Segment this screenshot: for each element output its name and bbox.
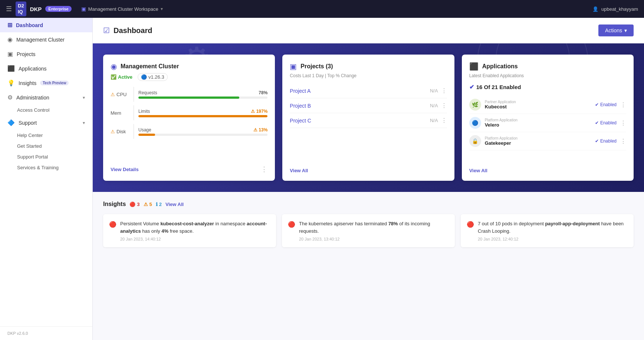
apps-view-all-link[interactable]: View All xyxy=(469,168,487,173)
insight-text-1: The kubernetes apiserver has terminated … xyxy=(299,220,449,235)
insights-icon: 💡 xyxy=(7,79,15,86)
cluster-icon: ◉ xyxy=(7,36,13,43)
insights-section: Insights 🔴 3 ⚠ 5 ℹ 2 View All 🔴 xyxy=(93,192,644,340)
insights-badge-warn: ⚠ 5 xyxy=(144,202,152,207)
enabled-check-icon: ✔ xyxy=(469,84,474,91)
view-details-link[interactable]: View Details xyxy=(111,167,139,172)
content-area: ☑ Dashboard Actions ▾ ⚙ ⚙ ◉ M xyxy=(93,18,644,340)
management-cluster-card: ◉ Management Cluster ✅ Active 🔵 v1.26.3 xyxy=(103,55,275,181)
insights-view-all-link[interactable]: View All xyxy=(165,202,184,207)
insights-cards: 🔴 Persistent Volume kubecost-cost-analyz… xyxy=(103,214,634,247)
sidebar-item-insights[interactable]: 💡 Insights Tech Preview xyxy=(0,76,92,90)
tech-preview-badge: Tech Preview xyxy=(40,81,69,85)
page-header: ☑ Dashboard Actions ▾ xyxy=(93,18,644,43)
hero-banner: ⚙ ⚙ ◉ Management Cluster ✅ Active xyxy=(93,43,644,192)
projects-card-title: Projects (3) xyxy=(300,63,333,70)
project-c-name[interactable]: Project C xyxy=(290,118,311,124)
warning-triangle-icon: ⚠ xyxy=(144,202,148,207)
gatekeeper-menu[interactable]: ⋮ xyxy=(620,138,626,145)
metric-row-cpu: ⚠ CPU Requests 78% xyxy=(111,87,267,102)
disk-usage-bar xyxy=(138,134,155,136)
workspace-selector[interactable]: ▣ Management Cluster Workspace ▾ xyxy=(81,6,163,12)
insight-card-1: 🔴 The kubernetes apiserver has terminate… xyxy=(282,214,455,247)
sidebar-item-management-cluster[interactable]: ◉ Management Cluster xyxy=(0,32,92,47)
insights-header: Insights 🔴 3 ⚠ 5 ℹ 2 View All xyxy=(103,201,634,207)
disk-warn-icon: ⚠ xyxy=(111,129,115,134)
kubecost-menu[interactable]: ⋮ xyxy=(620,101,626,108)
sidebar-item-access-control[interactable]: Access Control xyxy=(0,105,92,115)
project-b-menu[interactable]: ⋮ xyxy=(441,102,447,109)
insight-card-0: 🔴 Persistent Volume kubecost-cost-analyz… xyxy=(103,214,276,247)
sidebar: ⊞ Dashboard ◉ Management Cluster ▣ Proje… xyxy=(0,18,93,340)
insight-error-icon-2: 🔴 xyxy=(467,221,474,228)
sidebar-section-support[interactable]: 🔷 Support ▾ xyxy=(0,115,92,130)
project-c-menu[interactable]: ⋮ xyxy=(441,117,447,124)
sidebar-section-administration[interactable]: ⚙ Administration ▾ xyxy=(0,90,92,105)
insight-time-1: 20 Jan 2023, 13:40:12 xyxy=(299,237,449,241)
workspace-icon: ▣ xyxy=(81,6,86,12)
gatekeeper-status: ✔ Enabled xyxy=(595,138,617,144)
actions-button[interactable]: Actions ▾ xyxy=(598,24,634,36)
sidebar-item-support-portal[interactable]: Support Portal xyxy=(0,151,92,162)
project-a-name[interactable]: Project A xyxy=(290,88,310,94)
workspace-chevron: ▾ xyxy=(161,6,163,12)
insight-time-0: 20 Jan 2023, 14:40:12 xyxy=(120,237,270,241)
sidebar-item-dashboard[interactable]: ⊞ Dashboard xyxy=(0,18,92,32)
cards-row: ◉ Management Cluster ✅ Active 🔵 v1.26.3 xyxy=(103,55,634,181)
apps-card-title: Applications xyxy=(482,63,518,70)
velero-menu[interactable]: ⋮ xyxy=(620,120,626,127)
cpu-warn-icon: ⚠ xyxy=(111,92,115,97)
projects-icon: ▣ xyxy=(7,50,13,58)
applications-icon: ⬛ xyxy=(7,65,15,72)
disk-warn-icon2: ⚠ xyxy=(253,127,257,133)
admin-icon: ⚙ xyxy=(7,94,13,101)
sidebar-label-projects: Projects xyxy=(17,51,36,57)
insights-section-title: Insights xyxy=(103,201,126,207)
sidebar-label-administration: Administration xyxy=(16,95,49,101)
sidebar-item-applications[interactable]: ⬛ Applications xyxy=(0,61,92,76)
velero-enabled-icon: ✔ xyxy=(595,120,599,125)
access-control-label: Access Control xyxy=(17,107,49,113)
product-name: DKP xyxy=(30,6,42,12)
cluster-status-active: ✅ Active xyxy=(111,74,132,80)
version-footer: DKP v2.6.0 xyxy=(0,326,92,340)
version-icon: 🔵 xyxy=(141,74,147,80)
info-circle-icon: ℹ xyxy=(156,202,158,207)
apps-list: 🌿 Partner Application Kubecost ✔ Enabled… xyxy=(469,96,626,150)
projects-card-subtitle: Costs Last 1 Day | Top % Change xyxy=(290,73,447,78)
sidebar-item-services-training[interactable]: Services & Training xyxy=(0,162,92,173)
user-icon: 👤 xyxy=(592,6,598,12)
insight-card-2: 🔴 7 out of 10 pods in deployment payroll… xyxy=(461,214,634,247)
cpu-label: ⚠ CPU xyxy=(111,92,129,97)
projects-view-all-link[interactable]: View All xyxy=(290,168,308,173)
insight-time-2: 20 Jan 2023, 12:40:12 xyxy=(478,237,628,241)
admin-chevron: ▾ xyxy=(83,95,85,100)
projects-card-icon: ▣ xyxy=(290,62,297,71)
insights-badge-info: ℹ 2 xyxy=(156,202,162,207)
cluster-card-menu[interactable]: ⋮ xyxy=(261,165,267,173)
kubecost-status: ✔ Enabled xyxy=(595,102,617,107)
project-a-menu[interactable]: ⋮ xyxy=(441,87,447,94)
sidebar-label-cluster: Management Cluster xyxy=(16,37,65,43)
apps-card-subtitle: Latest Enabled Applications xyxy=(469,73,626,78)
cpu-requests-bar xyxy=(138,97,239,99)
dashboard-icon: ⊞ xyxy=(7,22,12,29)
sidebar-item-help-center[interactable]: Help Center xyxy=(0,130,92,141)
sidebar-label-insights: Insights xyxy=(19,80,36,86)
cluster-card-icon: ◉ xyxy=(111,62,117,71)
metrics-table: ⚠ CPU Requests 78% xyxy=(111,87,267,143)
sidebar-item-get-started[interactable]: Get Started xyxy=(0,141,92,151)
enabled-count: ✔ 16 Of 21 Enabled xyxy=(469,84,626,91)
insight-text-0: Persistent Volume kubecost-cost-analyzer… xyxy=(120,220,270,235)
project-b-name[interactable]: Project B xyxy=(290,103,311,109)
insight-error-icon-0: 🔴 xyxy=(109,221,116,228)
app-row-gatekeeper: 🔒 Platform Application Gatekeeper ✔ Enab… xyxy=(469,132,626,150)
actions-chevron: ▾ xyxy=(624,27,627,33)
sidebar-item-projects[interactable]: ▣ Projects xyxy=(0,47,92,61)
sidebar-label-dashboard: Dashboard xyxy=(16,22,43,28)
kubecost-enabled-icon: ✔ xyxy=(595,102,599,107)
hamburger-menu[interactable]: ☰ xyxy=(6,5,12,13)
projects-card: ▣ Projects (3) Costs Last 1 Day | Top % … xyxy=(282,55,454,181)
insight-text-2: 7 out of 10 pods in deployment payroll-a… xyxy=(478,220,628,235)
enterprise-badge: Enterprise xyxy=(45,6,71,12)
